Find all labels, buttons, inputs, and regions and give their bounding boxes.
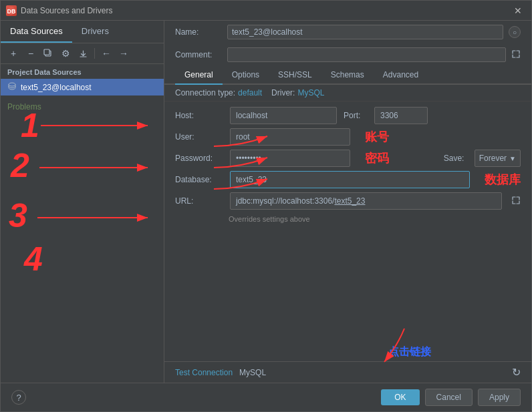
datasource-item-text5[interactable]: text5_23@localhost xyxy=(1,79,164,95)
save-dropdown[interactable]: Forever ▼ xyxy=(475,150,521,167)
name-label: Name: xyxy=(175,27,222,37)
close-button[interactable]: ✕ xyxy=(510,4,526,17)
database-annotation: 数据库 xyxy=(485,172,521,188)
svg-rect-3 xyxy=(44,49,49,55)
annotation-4: 4 xyxy=(24,242,43,276)
host-input[interactable] xyxy=(230,107,337,124)
apply-button[interactable]: Apply xyxy=(478,389,521,406)
password-row: Password: 密码 Save: xyxy=(175,150,521,167)
bottom-bar: ? OK Cancel Apply xyxy=(1,383,531,411)
comment-input[interactable] xyxy=(227,47,506,62)
tab-advanced[interactable]: Advanced xyxy=(374,66,428,85)
annotation-1: 1 xyxy=(21,109,39,142)
section-label: Project Data Sources xyxy=(1,64,164,79)
host-row: Host: Port: xyxy=(175,107,521,124)
database-input[interactable] xyxy=(230,171,470,188)
tab-options[interactable]: Options xyxy=(223,66,269,85)
port-label: Port: xyxy=(344,111,368,120)
copy-button[interactable] xyxy=(41,46,55,61)
left-toolbar: + − ⚙ ← → xyxy=(1,43,164,64)
password-label: Password: xyxy=(175,154,223,163)
remove-button[interactable]: − xyxy=(23,46,38,61)
datasource-name: text5_23@localhost xyxy=(21,83,92,92)
overrides-text: Overrides settings above xyxy=(175,214,521,223)
app-icon: DB xyxy=(6,5,17,16)
user-input[interactable] xyxy=(230,128,350,146)
svg-text:DB: DB xyxy=(7,8,16,15)
dialog-title: Data Sources and Drivers xyxy=(21,6,510,15)
forward-button[interactable]: → xyxy=(116,46,131,61)
left-tabs: Data Sources Drivers xyxy=(1,21,164,43)
url-expand-btn[interactable] xyxy=(511,196,521,207)
right-panel: Name: ○ Comment: General xyxy=(164,21,531,383)
database-row: Database: 数据库 xyxy=(175,171,521,188)
connection-type-value[interactable]: default xyxy=(238,88,262,97)
refresh-btn[interactable]: ↻ xyxy=(512,366,521,379)
url-row: URL: jdbc:mysql://localhost:3306/text5_2… xyxy=(175,192,521,210)
comment-row: Comment: xyxy=(164,43,531,66)
back-button[interactable]: ← xyxy=(99,46,114,61)
annotation-3: 3 xyxy=(9,199,27,232)
main-content: Data Sources Drivers + − ⚙ xyxy=(1,21,531,383)
help-button[interactable]: ? xyxy=(11,390,26,405)
ok-button[interactable]: OK xyxy=(381,389,419,405)
password-annotation: 密码 xyxy=(365,150,389,166)
host-label: Host: xyxy=(175,111,223,120)
save-value: Forever xyxy=(479,154,507,163)
save-dropdown-arrow: ▼ xyxy=(509,155,516,162)
user-label: User: xyxy=(175,132,223,142)
url-underline-text[interactable]: text5_23 xyxy=(334,196,365,206)
title-bar: DB Data Sources and Drivers ✕ xyxy=(1,1,531,21)
comment-expand-btn[interactable] xyxy=(511,49,521,61)
test-bar: Test Connection MySQL 点击链接 ↻ xyxy=(164,361,531,383)
name-row: Name: ○ xyxy=(164,21,531,43)
cancel-button[interactable]: Cancel xyxy=(425,389,473,406)
url-text: jdbc:mysql://localhost:3306/ xyxy=(236,196,334,206)
problems-area: Problems 1 2 3 4 xyxy=(1,95,164,383)
left-panel: Data Sources Drivers + − ⚙ xyxy=(1,21,164,383)
save-label: Save: xyxy=(444,154,468,163)
driver-label: Driver: xyxy=(271,88,295,97)
download-button[interactable] xyxy=(76,46,90,61)
name-input[interactable] xyxy=(227,25,503,39)
tab-data-sources[interactable]: Data Sources xyxy=(1,21,72,43)
test-driver-label: MySQL xyxy=(239,368,266,377)
tab-schemas[interactable]: Schemas xyxy=(321,66,374,85)
user-row: User: 账号 xyxy=(175,128,521,146)
fields-area: Host: Port: User: 账号 xyxy=(164,101,531,361)
tab-drivers[interactable]: Drivers xyxy=(72,21,118,43)
toolbar-separator xyxy=(94,48,95,59)
dialog: DB Data Sources and Drivers ✕ Data Sourc… xyxy=(0,0,532,412)
connection-type-bar: Connection type: default Driver: MySQL xyxy=(164,85,531,101)
comment-label: Comment: xyxy=(175,50,222,59)
user-annotation: 账号 xyxy=(365,129,389,145)
port-input[interactable] xyxy=(374,107,428,124)
url-display: jdbc:mysql://localhost:3306/text5_23 xyxy=(230,192,502,210)
database-label: Database: xyxy=(175,175,223,184)
annotation-2: 2 xyxy=(11,149,29,182)
settings-button[interactable]: ⚙ xyxy=(58,46,73,61)
test-connection-link[interactable]: Test Connection xyxy=(175,368,233,377)
url-label: URL: xyxy=(175,196,223,206)
driver-value[interactable]: MySQL xyxy=(297,88,324,97)
name-expand-btn[interactable]: ○ xyxy=(509,26,521,38)
add-button[interactable]: + xyxy=(6,46,21,61)
connection-type-label: Connection type: xyxy=(175,88,235,97)
tab-ssh-ssl[interactable]: SSH/SSL xyxy=(269,66,321,85)
datasource-icon xyxy=(7,81,17,93)
right-tabs: General Options SSH/SSL Schemas Advanced xyxy=(164,66,531,85)
tab-general[interactable]: General xyxy=(175,66,223,85)
password-input[interactable] xyxy=(230,150,350,167)
